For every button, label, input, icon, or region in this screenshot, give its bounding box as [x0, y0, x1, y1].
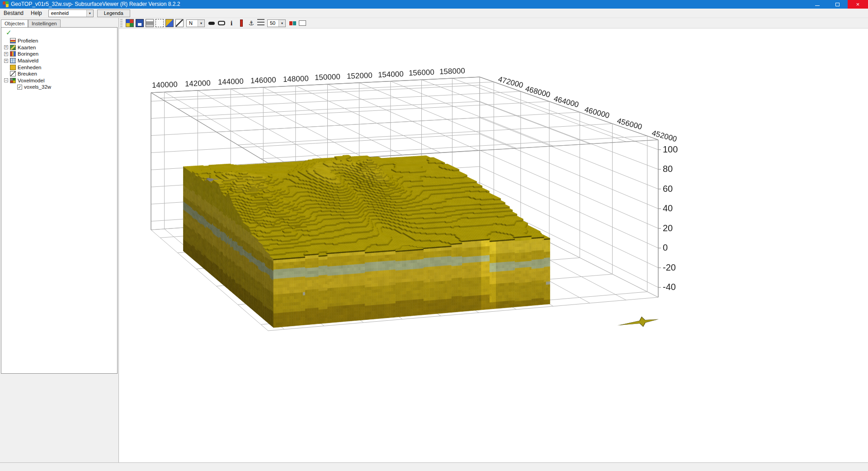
x-tick-label: 140000 [151, 80, 177, 90]
menu-help[interactable]: Help [27, 9, 46, 17]
z-tick-label: 60 [663, 184, 673, 194]
vertical-exaggeration-icon[interactable] [237, 19, 245, 27]
view-direction-dropdown[interactable]: N ▼ [186, 19, 205, 27]
legend-palette-icon[interactable] [126, 19, 134, 27]
tree-item-voxels_32w[interactable]: ✓voxels_32w [1, 84, 117, 90]
glasses-outline-icon[interactable] [217, 19, 226, 27]
close-button[interactable]: × [848, 0, 868, 9]
tree-item-boringen[interactable]: +Boringen [1, 51, 117, 57]
voxel-icon [10, 78, 16, 83]
x-tick-label: 156000 [409, 68, 434, 78]
z-tick-label: 20 [663, 223, 673, 233]
z-tick-label: 0 [663, 243, 668, 253]
expander-icon[interactable]: + [4, 59, 8, 63]
toolbar: N ▼ i⚓ 50 ▼ [119, 18, 868, 29]
maximize-icon [835, 3, 840, 6]
tree-item-voxelmodel[interactable]: −Voxelmodel [1, 77, 117, 84]
x-tick-label: 154000 [377, 70, 403, 80]
anchor-icon[interactable]: ⚓ [247, 19, 255, 27]
viewport: 1400001420001440001460001480001500001520… [119, 29, 868, 462]
app-icon [3, 1, 9, 7]
expander-icon[interactable]: − [4, 78, 8, 82]
chevron-down-icon: ▼ [86, 10, 93, 17]
tree-item-maaiveld[interactable]: +Maaiveld [1, 57, 117, 64]
legend-button[interactable]: Legenda [97, 10, 130, 17]
draw-line-icon[interactable] [175, 19, 184, 27]
tree-label: voxels_32w [24, 84, 51, 90]
tree-item-kaarten[interactable]: +Kaarten [1, 44, 117, 51]
borehole-icon [10, 51, 16, 57]
tree-label: Maaiveld [18, 58, 38, 63]
menu-bestand[interactable]: Bestand [0, 9, 27, 17]
screenshot-icon[interactable] [156, 19, 164, 27]
voxel-layer-checkbox[interactable]: ✓ [17, 85, 22, 90]
tree-label: Profielen [18, 38, 38, 43]
tree-label: Boringen [18, 51, 38, 57]
sidebar: ObjectenInstellingen ✓ Profielen+Kaarten… [0, 18, 118, 462]
tree-item-breuken[interactable]: Breuken [1, 71, 117, 77]
tree-label: Breuken [18, 71, 37, 76]
object-tree: Profielen+Kaarten+Boringen+MaaiveldEenhe… [1, 38, 117, 90]
chevron-down-icon: ▼ [278, 20, 285, 27]
z-tick-label: -40 [663, 282, 676, 292]
fault-icon [10, 71, 16, 76]
slice-levels-icon[interactable] [257, 19, 264, 25]
expander-icon[interactable]: + [4, 52, 8, 56]
profile-icon [10, 38, 16, 43]
x-tick-label: 146000 [250, 76, 276, 86]
title-bar: GeoTOP_v01r5_32w.svp- SubsurfaceViewer (… [0, 0, 868, 9]
toolbar-icons-mid: i⚓ [207, 19, 265, 27]
z-tick-label: -20 [663, 262, 676, 273]
tree-panel: ✓ Profielen+Kaarten+Boringen+MaaiveldEen… [1, 27, 118, 374]
scale-value: 50 [268, 20, 278, 26]
tree-item-eenheden[interactable]: Eenheden [1, 64, 117, 71]
save-icon[interactable] [136, 19, 144, 27]
expander-icon[interactable]: + [4, 45, 8, 49]
surface-grid-icon [10, 58, 16, 63]
chevron-down-icon: ▼ [198, 20, 204, 27]
tab-instellingen[interactable]: Instellingen [28, 19, 61, 27]
units-icon [10, 65, 16, 70]
toolbar-icons-left [125, 19, 184, 27]
tree-label: Voxelmodel [18, 78, 44, 83]
anaglyph-3d-icon[interactable] [288, 19, 297, 27]
maximize-button[interactable] [827, 0, 848, 9]
minimize-icon [815, 5, 820, 6]
map-icon [10, 45, 16, 50]
tree-item-profielen[interactable]: Profielen [1, 38, 117, 44]
sidebar-tabs: ObjectenInstellingen [0, 18, 118, 27]
minimize-button[interactable] [807, 0, 827, 9]
z-tick-label: 40 [663, 203, 673, 214]
voxel-3d-viewport[interactable] [119, 29, 868, 462]
menu-bar: Bestand Help eenheid ▼ Legenda [0, 9, 868, 18]
x-tick-label: 144000 [218, 77, 244, 87]
glasses-icon[interactable] [208, 19, 216, 27]
x-tick-label: 148000 [283, 74, 308, 84]
x-tick-label: 158000 [439, 67, 465, 76]
x-tick-label: 152000 [346, 71, 372, 81]
screen-icon[interactable] [298, 19, 307, 27]
fill-color-icon[interactable] [165, 19, 174, 27]
root-check-icon: ✓ [1, 29, 117, 38]
x-tick-label: 142000 [185, 79, 211, 89]
toolbar-drag-handle[interactable] [120, 19, 123, 27]
z-tick-label: 100 [663, 144, 678, 155]
view-direction-value: N [187, 20, 198, 26]
tree-label: Kaarten [18, 45, 36, 50]
z-tick-label: 80 [663, 164, 673, 174]
unit-dropdown-value: eenheid [49, 10, 71, 16]
x-tick-label: 150000 [315, 72, 340, 82]
unit-dropdown[interactable]: eenheid ▼ [48, 10, 94, 17]
toolbar-icons-right [288, 19, 307, 27]
tab-objecten[interactable]: Objecten [1, 19, 28, 27]
scale-dropdown[interactable]: 50 ▼ [267, 19, 286, 27]
info-icon[interactable]: i [227, 19, 236, 27]
print-icon[interactable] [146, 19, 154, 27]
window-title: GeoTOP_v01r5_32w.svp- SubsurfaceViewer (… [11, 0, 807, 9]
status-bar [0, 462, 868, 471]
tree-label: Eenheden [18, 65, 41, 70]
